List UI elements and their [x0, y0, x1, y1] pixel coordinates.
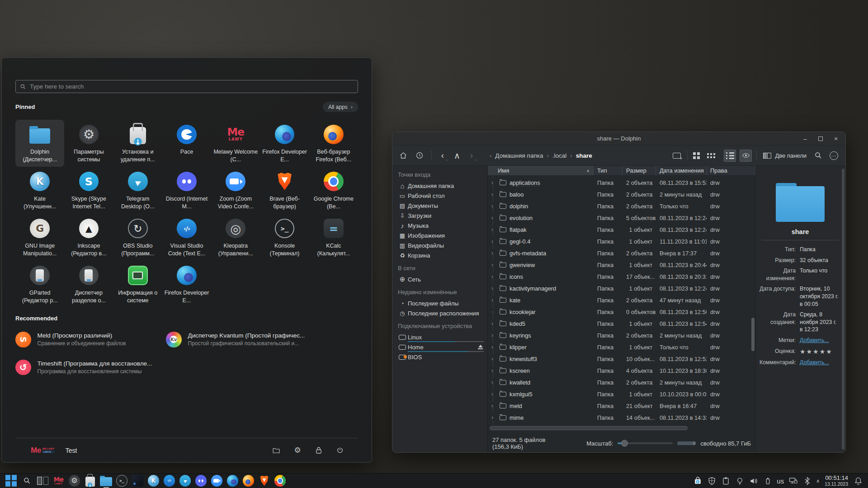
table-row[interactable]: knewstuff3Папка10 объек...08.11.2023 в 1…: [488, 353, 755, 365]
table-row[interactable]: kded5Папка1 объект08.11.2023 в 12:54drw: [488, 318, 755, 329]
expand-chevron-icon[interactable]: [488, 400, 500, 412]
pinned-app-zoom[interactable]: Zoom (Zoom Video Confe...: [211, 167, 260, 214]
discover-update-icon[interactable]: [693, 476, 703, 486]
new-tab-icon[interactable]: [670, 150, 683, 162]
expand-chevron-icon[interactable]: [488, 376, 500, 388]
recommended-app-timeshift[interactable]: Timeshift (Программа для восстановле...П…: [15, 360, 166, 375]
table-row[interactable]: kxmlgui5Папка1 объект10.10.2023 в 00:05d…: [488, 388, 755, 400]
table-row[interactable]: flatpakПапка1 объект08.11.2023 в 12:24dr…: [488, 224, 755, 235]
security-shield-icon[interactable]: [707, 476, 717, 486]
places-item-downloads[interactable]: Загрузки: [397, 211, 487, 221]
expand-chevron-icon[interactable]: [488, 318, 500, 329]
add-link[interactable]: Добавить...: [800, 337, 841, 344]
table-row[interactable]: balooПапка2 объекта2 минуты назадdrw: [488, 188, 755, 200]
taskbar-app-kate[interactable]: [146, 474, 161, 488]
pinned-app-firefox-dev[interactable]: Firefox Developer E...: [162, 261, 211, 308]
pinned-app-chrome[interactable]: Google Chrome (Be...: [309, 167, 358, 214]
night-color-icon[interactable]: [735, 476, 745, 486]
table-row[interactable]: kwalletdПапка2 объекта2 минуты назадdrw: [488, 376, 755, 388]
add-link[interactable]: Добавить...: [800, 359, 841, 366]
expand-chevron-icon[interactable]: [488, 200, 500, 212]
expand-chevron-icon[interactable]: [488, 259, 500, 271]
expand-chevron-icon[interactable]: [488, 235, 500, 247]
pinned-app-obs[interactable]: OBS Studio (Программ...: [113, 214, 162, 261]
column-header-name[interactable]: Имя∧: [488, 166, 594, 175]
pinned-app-firefox-dev[interactable]: Firefox Developer E...: [260, 120, 309, 167]
vertical-scrollbar[interactable]: [751, 318, 755, 351]
expand-chevron-icon[interactable]: [488, 247, 500, 259]
details-view-button[interactable]: [724, 150, 736, 162]
taskbar-app-vscode[interactable]: [161, 474, 177, 488]
expand-chevron-icon[interactable]: [488, 306, 500, 318]
breadcrumb-item[interactable]: Домашняя папка: [495, 152, 543, 159]
taskbar-app-dark-app[interactable]: [130, 474, 146, 488]
eject-icon[interactable]: [478, 345, 483, 349]
table-row[interactable]: kcookiejarПапка0 объектов08.11.2023 в 12…: [488, 306, 755, 318]
taskbar-app-discover[interactable]: [82, 474, 98, 488]
places-item-documents[interactable]: Документы: [397, 201, 487, 211]
pinned-app-inkscape[interactable]: Inkscape (Редактор в...: [64, 214, 113, 261]
pinned-app-telegram[interactable]: Telegram Desktop (O...: [113, 167, 162, 214]
pinned-app-skype[interactable]: Skype (Skype Internet Tel...: [64, 167, 113, 214]
search-button[interactable]: [812, 150, 824, 162]
expand-chevron-icon[interactable]: [488, 224, 500, 235]
places-item-network[interactable]: Сеть: [397, 274, 487, 284]
notifications-icon[interactable]: [853, 476, 863, 486]
column-header-modified[interactable]: Дата изменения: [656, 166, 707, 175]
pinned-app-vscode[interactable]: Visual Studio Code (Text E...: [162, 214, 211, 261]
expand-chevron-icon[interactable]: [488, 271, 500, 282]
taskbar-app-discord[interactable]: [193, 474, 209, 488]
keyboard-layout-indicator[interactable]: us: [777, 477, 784, 485]
places-item-desktop[interactable]: Рабочий стол: [397, 191, 487, 201]
icons-view-button[interactable]: [692, 150, 704, 162]
pinned-app-system-settings[interactable]: Параметры системы: [64, 120, 113, 167]
places-item-trash[interactable]: Корзина: [397, 250, 487, 260]
pinned-app-firefox[interactable]: Веб-браузер Firefox (Веб...: [309, 120, 358, 167]
pinned-app-discord[interactable]: Discord (Internet M...: [162, 167, 211, 214]
minimize-button[interactable]: –: [802, 136, 808, 142]
table-row[interactable]: evolutionПапка5 объектов08.11.2023 в 12:…: [488, 212, 755, 224]
user-home-icon[interactable]: [414, 150, 425, 161]
preview-eye-button[interactable]: [740, 150, 752, 162]
settings-gear-icon[interactable]: ⚙: [293, 446, 302, 455]
places-item-music[interactable]: Музыка: [397, 221, 487, 230]
recommended-app-meld[interactable]: Meld (Просмотр различий)Сравнение и объе…: [15, 332, 166, 347]
pinned-app-melawy[interactable]: Melawy Welcome (C...: [211, 120, 260, 167]
taskbar-app-melawy-welcome[interactable]: [51, 474, 66, 488]
expand-chevron-icon[interactable]: [488, 329, 500, 341]
pinned-app-partitionmanager[interactable]: Диспетчер разделов о...: [64, 261, 113, 308]
expand-chevron-icon[interactable]: [488, 177, 500, 188]
search-input[interactable]: Type here to search: [15, 80, 358, 93]
taskbar-app-search[interactable]: [19, 474, 35, 488]
table-row[interactable]: dolphinПапка2 объектаТолько чтоdrw: [488, 200, 755, 212]
expand-chevron-icon[interactable]: [488, 341, 500, 353]
pinned-app-kate[interactable]: Kate (Улучшенн...: [15, 167, 64, 214]
places-item-videos[interactable]: Видеофайлы: [397, 240, 487, 250]
table-row[interactable]: kscreenПапка4 объекта10.11.2023 в 18:38d…: [488, 365, 755, 376]
taskbar-app-virtual-desktops[interactable]: [35, 474, 51, 488]
column-header-size[interactable]: Размер: [623, 166, 656, 175]
expand-chevron-icon[interactable]: [488, 212, 500, 224]
file-manager-icon[interactable]: [272, 446, 281, 455]
display-lock-icon[interactable]: [788, 476, 798, 486]
volume-icon[interactable]: [749, 476, 759, 486]
title-bar[interactable]: share — Dolphin – ×: [392, 132, 845, 145]
places-item-drive-boot[interactable]: BIOS: [397, 352, 487, 362]
expand-chevron-icon[interactable]: [488, 365, 500, 376]
column-header-permissions[interactable]: Права: [707, 166, 755, 175]
expand-chevron-icon[interactable]: [488, 353, 500, 365]
taskbar-app-konsole[interactable]: [114, 474, 130, 488]
expand-tray-caret-icon[interactable]: ∧: [816, 478, 820, 484]
places-item-home[interactable]: Домашняя папка: [397, 181, 487, 191]
split-view-button[interactable]: Две панели: [761, 152, 808, 159]
table-row[interactable]: keyringsПапка2 объекта2 минуты назадdrw: [488, 329, 755, 341]
pinned-app-brave[interactable]: Brave (Веб-браузер): [260, 167, 309, 214]
pinned-app-dolphin-folder[interactable]: Dolphin (Диспетчер...: [15, 120, 64, 167]
places-item-recent-locations[interactable]: Последние расположения: [397, 308, 487, 318]
forward-button[interactable]: ›ˇ: [467, 150, 476, 160]
pinned-app-package-install[interactable]: Установка и удаление п...: [113, 120, 162, 167]
horizontal-scrollbar[interactable]: [490, 426, 753, 431]
breadcrumb[interactable]: ›Домашняя папка›.local›share: [486, 152, 592, 159]
breadcrumb-item[interactable]: share: [576, 152, 592, 159]
up-button[interactable]: ∧: [453, 150, 462, 161]
